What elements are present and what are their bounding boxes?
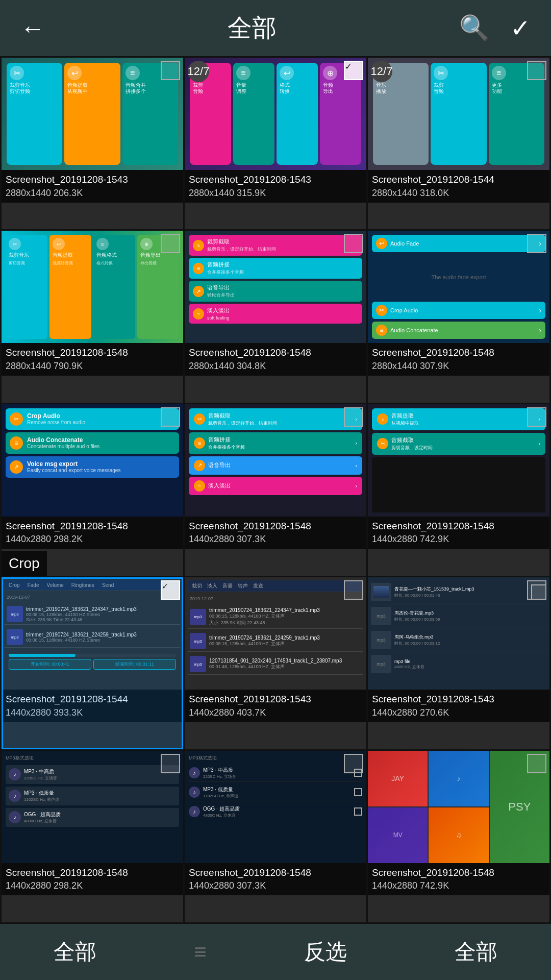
grid-item-14[interactable]: MP3格式选项 ♪ MP3 · 中高质 220SC Hz, 立场音 ♪ MP3 … [185,751,366,922]
app-header: ← 全部 🔍 ✓ [0,0,551,56]
search-button[interactable]: 🔍 [459,14,490,42]
grid-item-13[interactable]: MP3格式选项 ♪ MP3 · 中高质 220SC Hz, 立场音 ♪ MP3 … [2,751,183,922]
item-name: Screenshot_20191208-1548 [6,866,179,880]
item-checkbox[interactable] [344,234,363,253]
grid-item-1[interactable]: ✂裁剪音乐剪切音频 ↩音频提取从视频中 ≡音频合并拼接多个 Screenshot… [2,58,183,229]
item-badge: 12/7 [188,61,209,82]
item-meta: 1440x2880 393.3K [6,706,179,719]
item-name: Screenshot_20191208-1543 [189,693,362,706]
item-checkbox[interactable] [527,580,546,600]
grid-item-2[interactable]: ✂裁剪音频 ≡音量调整 ↩格式转换 ⊕音频导出 Screenshot_20191… [185,58,366,229]
start-time[interactable]: 开始时间: 00:00:41 [9,659,91,670]
all-button[interactable]: 全部 [43,933,107,971]
item-meta: 1440x2880 307.3K [189,533,362,546]
item-meta: 1440x2880 270.6K [372,706,545,719]
crop-label: Crop [2,551,47,576]
item-meta: 2880x1440 206.3K [6,187,179,200]
end-time[interactable]: 结束时间: 00:01:11 [93,659,176,670]
item-meta: 2880x1440 318.0K [372,187,545,200]
item-checkbox[interactable]: ✓ [344,61,363,80]
grid-item-10[interactable]: CropFadeVolumeRingtonesSend 2019-12-07 m… [2,577,183,749]
grid-item-3[interactable]: ♪音乐播放 ✂裁剪音频 ≡更多功能 Screenshot_20191208-15… [368,58,549,229]
item-meta: 1440x2880 307.3K [189,879,362,892]
item-checkbox[interactable] [161,234,180,253]
grid-item-6[interactable]: ↩Audio Fade › The audio fade export ✂Cro… [368,231,549,402]
grid-item-8[interactable]: ✂音频截取裁剪音乐，设定好开始、结束时间 › ≡音频拼接合并拼接多个音频 › ↗… [185,404,366,576]
item-name: Screenshot_20191208-1548 [6,346,179,360]
item-checkbox[interactable] [161,407,180,427]
item-name: Screenshot_20191208-1544 [372,173,545,187]
item-checkbox[interactable] [161,61,180,80]
bottom-navigation: 全部 ≡ 反选 全部 [0,924,551,980]
item-name: Screenshot_20191208-1548 [6,520,179,533]
item-name: Screenshot_20191208-1543 [189,173,362,187]
item-checkbox[interactable] [344,580,363,600]
grid-item-4[interactable]: ✂ 裁剪音乐剪切音频 ↩ 音频提取视频转音频 ≡ 音频格式格式转换 ⊕ 音频导出… [2,231,183,402]
item-checkbox[interactable] [527,61,546,80]
grid-item-11[interactable]: 裁切淡入音量铃声发送 2019-12-07 mp3 trimmer_201907… [185,577,366,749]
grid-item-5[interactable]: ≈ 裁剪截取裁剪音乐，设定好开始、结束时间 ≡ 音频拼接合并拼接多个音频 ↗ 语… [185,231,366,402]
item-name: Screenshot_20191208-1544 [6,693,179,706]
item-name: Screenshot_20191208-1548 [372,866,545,880]
grid-item-15[interactable]: JAY ♪ PSY MV ♫ Screenshot_20191208-1548 … [368,751,549,922]
item-name: Screenshot_20191208-1548 [189,520,362,533]
item-meta: 2880x1440 307.9K [372,360,545,373]
item-checkbox[interactable]: ✓ [161,580,180,600]
item-checkbox[interactable] [527,234,546,253]
item-checkbox[interactable] [527,407,546,427]
item-name: Screenshot_20191208-1548 [189,346,362,360]
item-meta: 1440x2880 298.2K [6,533,179,546]
confirm-button[interactable]: ✓ [510,14,531,42]
grid-item-12[interactable]: 青花瓷—一颗小芯_151539_track1.mp3 时长: 00:00:00 … [368,577,549,749]
back-button[interactable]: ← [20,14,45,42]
item-name: Screenshot_20191208-1548 [372,520,545,533]
item-checkbox[interactable] [344,754,363,773]
item-meta: 2880x1440 790.9K [6,360,179,373]
grid-item-7[interactable]: ✂ Crop AudioRemove noise from audio ≡ Au… [2,404,183,576]
item-badge: 12/7 [371,61,392,82]
header-actions: 🔍 ✓ [459,14,531,42]
page-title: 全部 [228,12,277,44]
screenshot-grid: ✂裁剪音乐剪切音频 ↩音频提取从视频中 ≡音频合并拼接多个 Screenshot… [0,56,551,924]
item-meta: 1440x2880 742.9K [372,879,545,892]
item-meta: 2880x1440 304.8K [189,360,362,373]
item-checkbox[interactable] [527,754,546,773]
item-meta: 1440x2880 742.9K [372,533,545,546]
grid-item-9[interactable]: ♪音频提取从视频中提取 › ✂音频截取剪切音频，设定时间 › Screensho… [368,404,549,576]
item-meta: 2880x1440 315.9K [189,187,362,200]
menu-button[interactable]: ≡ [194,940,207,964]
item-meta: 1440x2880 403.7K [189,706,362,719]
select-all-button[interactable]: 全部 [444,933,508,971]
item-name: Screenshot_20191208-1548 [189,866,362,880]
item-meta: 1440x2880 298.2K [6,879,179,892]
item-name: Screenshot_20191208-1543 [372,693,545,706]
item-checkbox[interactable] [344,407,363,427]
item-checkbox[interactable] [161,754,180,773]
deselect-button[interactable]: 反选 [294,933,357,971]
item-name: Screenshot_20191208-1543 [6,173,179,187]
item-name: Screenshot_20191208-1548 [372,346,545,360]
